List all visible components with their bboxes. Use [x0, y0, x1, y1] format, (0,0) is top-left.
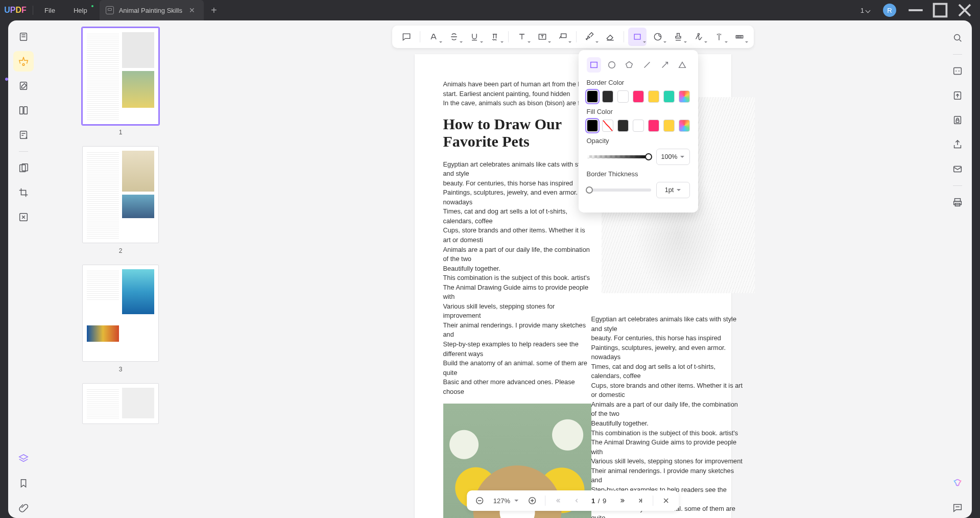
rectangle-shape-tool[interactable] [628, 28, 647, 46]
color-swatch[interactable] [602, 120, 613, 132]
eraser-tool[interactable] [601, 28, 619, 46]
first-page-button[interactable] [551, 493, 566, 508]
prev-page-button[interactable] [569, 493, 584, 508]
pencil-tool[interactable] [581, 28, 599, 46]
color-swatch[interactable] [679, 120, 690, 132]
strikethrough-tool[interactable] [445, 28, 463, 46]
color-swatch[interactable] [633, 120, 644, 132]
left-tool-rail [8, 20, 39, 518]
titlebar-page[interactable]: 1 [855, 7, 875, 14]
text-tool[interactable] [513, 28, 531, 46]
color-swatch[interactable] [633, 90, 644, 103]
edit-mode-icon[interactable] [13, 76, 34, 96]
share-icon[interactable] [947, 134, 968, 155]
shape-rectangle-button[interactable] [587, 57, 602, 73]
measure-tool[interactable] [730, 28, 749, 46]
border-color-row [587, 90, 690, 103]
annotation-toolbar [392, 26, 754, 48]
opacity-slider[interactable] [587, 155, 651, 158]
callout-tool[interactable] [554, 28, 572, 46]
svg-rect-0 [934, 4, 947, 17]
convert-icon[interactable] [947, 85, 968, 106]
color-swatch[interactable] [648, 120, 659, 132]
tab-close-button[interactable]: ✕ [187, 5, 197, 16]
opacity-value-select[interactable]: 100% [656, 149, 690, 165]
doc-line: Times, cat and dog art sells a lot of t-… [443, 207, 591, 226]
shape-circle-button[interactable] [604, 57, 619, 73]
email-icon[interactable] [947, 159, 968, 179]
distance-tool[interactable] [710, 28, 728, 46]
doc-line: Basic and other more advanced ones. Plea… [443, 378, 591, 396]
sticker-tool[interactable] [649, 28, 667, 46]
last-page-button[interactable] [632, 493, 648, 508]
document-stage[interactable]: Animals have been part of human art from… [202, 20, 943, 518]
ocr-icon[interactable] [947, 61, 968, 81]
window-minimize-button[interactable] [904, 1, 927, 20]
thickness-slider[interactable] [587, 189, 651, 192]
user-avatar[interactable]: R [883, 4, 896, 17]
ai-assistant-icon[interactable] [947, 473, 968, 493]
color-swatch[interactable] [587, 90, 598, 103]
thumbnail-page-4[interactable] [82, 383, 159, 424]
thumbnail-page-1[interactable] [82, 28, 159, 125]
thickness-value-select[interactable]: 1pt [656, 182, 690, 198]
doc-body: Egyptian art celebrates animals like cat… [443, 160, 591, 397]
zoom-value-select[interactable]: 127% [490, 497, 521, 505]
close-nav-button[interactable] [658, 493, 674, 508]
color-swatch[interactable] [679, 90, 690, 103]
shape-polygon-button[interactable] [622, 57, 637, 73]
window-maximize-button[interactable] [929, 1, 951, 20]
underline-tool[interactable] [465, 28, 484, 46]
color-swatch[interactable] [602, 90, 613, 103]
textbox-tool[interactable] [533, 28, 552, 46]
stamp-tool[interactable] [669, 28, 687, 46]
form-mode-icon[interactable] [13, 125, 34, 145]
svg-rect-12 [634, 34, 640, 39]
comment-mode-icon[interactable] [13, 51, 34, 72]
reader-mode-icon[interactable] [13, 27, 34, 47]
color-swatch[interactable] [663, 120, 675, 132]
thumbnail-page-3[interactable] [82, 265, 159, 362]
sticky-note-tool[interactable] [397, 28, 416, 46]
comment-panel-icon[interactable] [947, 498, 968, 518]
color-swatch[interactable] [663, 90, 675, 103]
tab-title: Animal Painting Skills [119, 7, 182, 14]
redact-icon[interactable] [13, 158, 34, 178]
shape-arrow-button[interactable] [657, 57, 672, 73]
color-swatch[interactable] [587, 120, 598, 132]
crop-icon[interactable] [13, 182, 34, 203]
svg-rect-16 [591, 62, 597, 68]
zoom-in-button[interactable] [524, 493, 540, 508]
thumbnail-panel: 1 2 3 [39, 20, 202, 518]
print-icon[interactable] [947, 192, 968, 213]
shape-line-button[interactable] [640, 57, 655, 73]
fill-color-row [587, 120, 690, 132]
color-swatch[interactable] [648, 90, 659, 103]
highlight-tool[interactable] [424, 28, 443, 46]
svg-rect-25 [954, 167, 962, 172]
color-swatch[interactable] [617, 90, 629, 103]
window-close-button[interactable] [953, 1, 976, 20]
search-icon[interactable] [947, 28, 968, 48]
thumbnail-label: 1 [47, 129, 194, 136]
app-logo: UPDF [0, 6, 31, 15]
menu-help[interactable]: Help [64, 0, 97, 20]
bookmark-icon[interactable] [13, 473, 34, 493]
compare-icon[interactable] [13, 207, 34, 227]
thumbnail-page-2[interactable] [82, 146, 159, 243]
zoom-out-button[interactable] [472, 493, 487, 508]
color-swatch[interactable] [617, 120, 629, 132]
next-page-button[interactable] [614, 493, 629, 508]
organize-mode-icon[interactable] [13, 100, 34, 121]
signature-tool[interactable] [689, 28, 708, 46]
page-counter[interactable]: 1 / 9 [587, 497, 611, 505]
menu-file[interactable]: File [35, 0, 64, 20]
protect-icon[interactable] [947, 110, 968, 130]
shape-triangle-button[interactable] [675, 57, 690, 73]
attachment-icon[interactable] [13, 498, 34, 518]
tab-document[interactable]: Animal Painting Skills ✕ [100, 0, 204, 20]
shape-type-row [587, 57, 690, 73]
layers-icon[interactable] [13, 449, 34, 469]
tab-add-button[interactable]: + [204, 5, 224, 16]
squiggly-tool[interactable] [486, 28, 504, 46]
